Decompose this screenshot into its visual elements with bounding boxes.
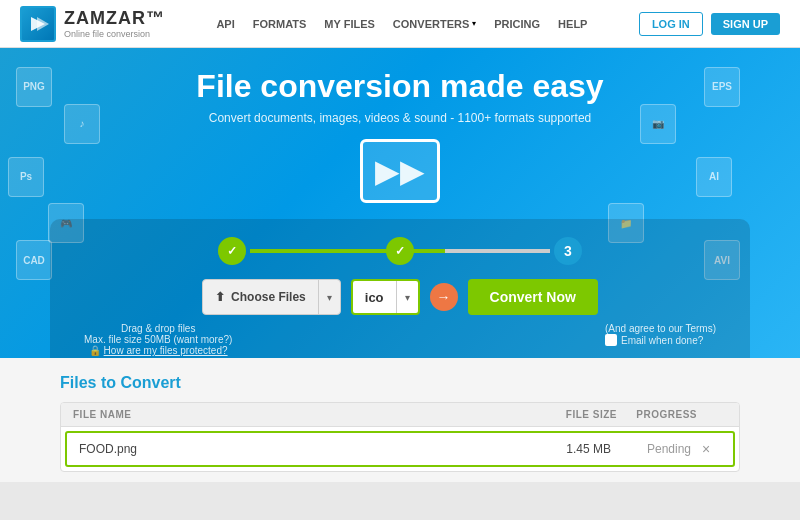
logo-name: ZAMZAR™ [64, 8, 165, 29]
sub-left: Drag & drop files Max. file size 50MB (w… [84, 323, 232, 356]
arrow-right-icon: → [430, 283, 458, 311]
nav-api[interactable]: API [216, 18, 234, 30]
terms-text: (And agree to our Terms) [605, 323, 716, 334]
col-filesize: FILE SIZE [537, 409, 617, 420]
nav: API FORMATS MY FILES CONVERTERS ▾ PRICIN… [216, 18, 587, 30]
max-size: Max. file size 50MB (want more?) [84, 334, 232, 345]
hero-subtitle: Convert documents, images, videos & soun… [0, 111, 800, 125]
sub-right: (And agree to our Terms) Email when done… [605, 323, 716, 346]
upload-icon: ⬆ [215, 290, 225, 304]
files-title-prefix: Files to [60, 374, 120, 391]
step-3-num: 3 [564, 243, 572, 259]
svg-marker-1 [37, 17, 49, 31]
logo-sub: Online file conversion [64, 29, 165, 39]
signup-button[interactable]: SIGN UP [711, 13, 780, 35]
format-value: ico [353, 290, 396, 305]
controls-row: ⬆ Choose Files ▾ ico ▾ → Convert Now [74, 279, 726, 315]
choose-arrow-icon: ▾ [319, 292, 340, 303]
file-progress: Pending [611, 442, 691, 456]
conversion-bar: ✓ ✓ 3 ⬆ Choose Files ▾ ico [50, 219, 750, 358]
format-arrow-icon: ▾ [397, 292, 418, 303]
hero-section: PNG Ps CAD ♪ 🎮 EPS AI AVI 📷 📁 File conve… [0, 48, 800, 358]
nav-help[interactable]: HELP [558, 18, 587, 30]
header: ZAMZAR™ Online file conversion API FORMA… [0, 0, 800, 48]
steps: ✓ ✓ 3 [74, 237, 726, 265]
files-title: Files to Convert [60, 374, 740, 392]
email-row: Email when done? [605, 334, 716, 346]
choose-main: ⬆ Choose Files [203, 290, 318, 304]
table-header: FILE NAME FILE SIZE PROGRESS [61, 403, 739, 427]
play-icon: ▶▶ [375, 152, 425, 190]
files-table: FILE NAME FILE SIZE PROGRESS FOOD.png 1.… [60, 402, 740, 472]
nav-converters[interactable]: CONVERTERS ▾ [393, 18, 476, 30]
email-checkbox[interactable] [605, 334, 617, 346]
step-1: ✓ [218, 237, 246, 265]
remove-file-button[interactable]: × [691, 441, 721, 457]
nav-myfiles[interactable]: MY FILES [324, 18, 375, 30]
nav-formats[interactable]: FORMATS [253, 18, 307, 30]
nav-pricing[interactable]: PRICING [494, 18, 540, 30]
col-progress: PROGRESS [617, 409, 697, 420]
choose-files-button[interactable]: ⬆ Choose Files ▾ [202, 279, 341, 315]
step-2: ✓ [386, 237, 414, 265]
format-select[interactable]: ico ▾ [351, 279, 420, 315]
lock-icon: 🔒 [89, 345, 101, 356]
files-section: Files to Convert FILE NAME FILE SIZE PRO… [0, 358, 800, 482]
arrow-symbol: → [437, 289, 451, 305]
step-2-check: ✓ [395, 244, 405, 258]
hero-title-prefix: File conversion made [196, 68, 532, 104]
nav-auth: LOG IN SIGN UP [639, 12, 780, 36]
chevron-down-icon: ▾ [472, 19, 476, 28]
logo-area: ZAMZAR™ Online file conversion [20, 6, 165, 42]
protected-label[interactable]: How are my files protected? [104, 345, 228, 356]
play-container: ▶▶ [0, 139, 800, 203]
step-line-fill [250, 249, 445, 253]
col-action [697, 409, 727, 420]
ficon-cad: CAD [16, 240, 52, 280]
login-button[interactable]: LOG IN [639, 12, 703, 36]
hero-title-bold: easy [532, 68, 603, 104]
hero-title: File conversion made easy [0, 68, 800, 105]
sub-row: Drag & drop files Max. file size 50MB (w… [74, 323, 726, 356]
file-size: 1.45 MB [531, 442, 611, 456]
email-label: Email when done? [621, 335, 703, 346]
step-3: 3 [554, 237, 582, 265]
logo-text: ZAMZAR™ Online file conversion [64, 8, 165, 39]
convert-now-button[interactable]: Convert Now [468, 279, 598, 315]
table-row: FOOD.png 1.45 MB Pending × [65, 431, 735, 467]
nav-converters-label[interactable]: CONVERTERS [393, 18, 469, 30]
step-1-check: ✓ [227, 244, 237, 258]
protected-text: 🔒 How are my files protected? [84, 345, 232, 356]
files-title-highlight: Convert [120, 374, 180, 391]
col-filename: FILE NAME [73, 409, 537, 420]
drag-text: Drag & drop files [84, 323, 232, 334]
play-box: ▶▶ [360, 139, 440, 203]
file-name: FOOD.png [79, 442, 531, 456]
choose-label: Choose Files [231, 290, 306, 304]
logo-icon [20, 6, 56, 42]
